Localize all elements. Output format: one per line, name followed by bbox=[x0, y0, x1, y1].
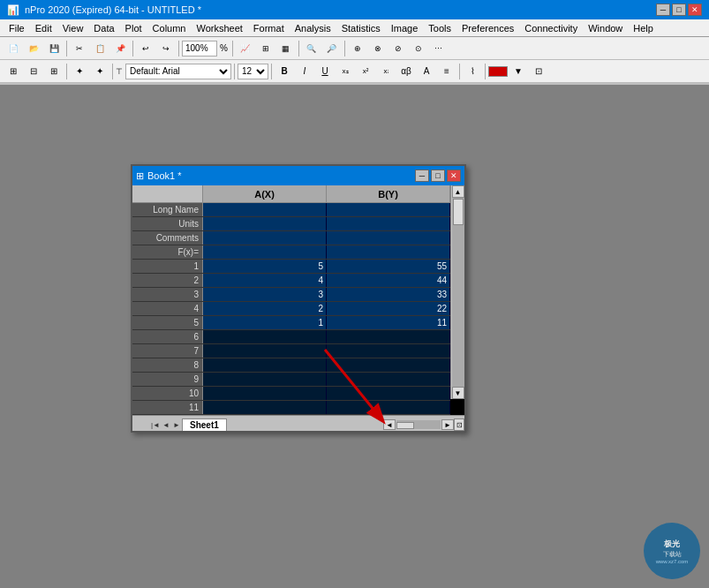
meta-cell-a-units[interactable] bbox=[203, 217, 327, 230]
menu-help[interactable]: Help bbox=[628, 21, 659, 35]
new-btn[interactable]: 📄 bbox=[4, 40, 23, 57]
fontcolor-btn[interactable]: A bbox=[417, 63, 436, 80]
cell-a-1[interactable]: 5 bbox=[203, 260, 327, 273]
menu-format[interactable]: Format bbox=[248, 21, 290, 35]
superscript-btn[interactable]: x² bbox=[356, 63, 375, 80]
graph-btn[interactable]: 📈 bbox=[236, 40, 255, 57]
menu-data[interactable]: Data bbox=[88, 21, 119, 35]
menu-preferences[interactable]: Preferences bbox=[456, 21, 519, 35]
cell-a-7[interactable] bbox=[203, 344, 327, 358]
book-close-btn[interactable]: ✕ bbox=[447, 170, 461, 182]
subscript-btn[interactable]: x₂ bbox=[336, 63, 355, 80]
cell-b-11[interactable] bbox=[327, 401, 450, 414]
cell-a-4[interactable]: 2 bbox=[203, 302, 327, 315]
menu-window[interactable]: Window bbox=[583, 21, 628, 35]
right-scrollbar[interactable]: ▲ ▼ bbox=[450, 185, 464, 399]
more-btn2[interactable]: ⊗ bbox=[368, 40, 388, 57]
align-btn[interactable]: ≡ bbox=[437, 63, 456, 80]
menu-connectivity[interactable]: Connectivity bbox=[519, 21, 583, 35]
fmt-icon1[interactable]: ⊞ bbox=[4, 63, 23, 80]
table-btn[interactable]: ⊞ bbox=[256, 40, 275, 57]
hscroll-thumb[interactable] bbox=[396, 422, 414, 429]
cell-b-7[interactable] bbox=[327, 344, 450, 358]
open-btn[interactable]: 📂 bbox=[24, 40, 43, 57]
menu-analysis[interactable]: Analysis bbox=[290, 21, 336, 35]
menu-tools[interactable]: Tools bbox=[423, 21, 456, 35]
menu-plot[interactable]: Plot bbox=[120, 21, 147, 35]
meta-cell-b-units[interactable] bbox=[327, 217, 450, 230]
cell-b-4[interactable]: 22 bbox=[327, 302, 450, 315]
underline-btn[interactable]: U bbox=[315, 63, 335, 80]
app-close-btn[interactable]: ✕ bbox=[688, 4, 702, 16]
cell-a-9[interactable] bbox=[203, 373, 327, 386]
book-maximize-btn[interactable]: □ bbox=[431, 170, 445, 182]
cell-a-8[interactable] bbox=[203, 358, 327, 372]
menu-view[interactable]: View bbox=[57, 21, 89, 35]
col-header-a[interactable]: A(X) bbox=[203, 185, 327, 202]
line-btn[interactable]: ⌇ bbox=[463, 63, 482, 80]
scroll-down-btn[interactable]: ▼ bbox=[452, 387, 464, 399]
more-btn5[interactable]: ⋯ bbox=[429, 40, 449, 57]
more-btn1[interactable]: ⊕ bbox=[348, 40, 367, 57]
font-name-dropdown[interactable]: Default: Arial bbox=[125, 64, 231, 79]
menu-edit[interactable]: Edit bbox=[30, 21, 57, 35]
italic-btn[interactable]: I bbox=[295, 63, 314, 80]
cell-a-5[interactable]: 1 bbox=[203, 316, 327, 329]
meta-cell-b-longname[interactable] bbox=[327, 203, 450, 216]
subscript2-btn[interactable]: xᵢ bbox=[376, 63, 396, 80]
tab-nav-first[interactable]: |◄ bbox=[150, 418, 161, 431]
meta-cell-a-comments[interactable] bbox=[203, 231, 327, 245]
cell-a-2[interactable]: 4 bbox=[203, 274, 327, 287]
hscroll-left[interactable]: ◄ bbox=[383, 419, 396, 430]
cell-b-10[interactable] bbox=[327, 387, 450, 400]
cell-b-2[interactable]: 44 bbox=[327, 274, 450, 287]
zoom-input[interactable] bbox=[182, 41, 217, 57]
cell-b-5[interactable]: 11 bbox=[327, 316, 450, 329]
more-btn4[interactable]: ⊙ bbox=[409, 40, 428, 57]
zoom-out-btn[interactable]: 🔎 bbox=[322, 40, 342, 57]
tab-nav-next[interactable]: ► bbox=[171, 418, 182, 431]
cell-a-6[interactable] bbox=[203, 330, 327, 343]
scroll-thumb[interactable] bbox=[453, 199, 464, 225]
book-minimize-btn[interactable]: ─ bbox=[415, 170, 429, 182]
cell-b-9[interactable] bbox=[327, 373, 450, 386]
cell-b-6[interactable] bbox=[327, 330, 450, 343]
copy-btn[interactable]: 📋 bbox=[90, 40, 109, 57]
cell-b-3[interactable]: 33 bbox=[327, 288, 450, 301]
menu-image[interactable]: Image bbox=[386, 21, 424, 35]
cut-btn[interactable]: ✂ bbox=[70, 40, 89, 57]
sheet-tab-1[interactable]: Sheet1 bbox=[182, 418, 227, 431]
menu-statistics[interactable]: Statistics bbox=[336, 21, 386, 35]
app-maximize-btn[interactable]: □ bbox=[672, 4, 686, 16]
bold-btn[interactable]: B bbox=[275, 63, 294, 80]
meta-cell-b-fx[interactable] bbox=[327, 245, 450, 259]
border-btn[interactable]: ⊡ bbox=[529, 63, 548, 80]
cell-a-11[interactable] bbox=[203, 401, 327, 414]
fmt-icon2[interactable]: ⊟ bbox=[24, 63, 43, 80]
zoom-in-btn[interactable]: 🔍 bbox=[302, 40, 321, 57]
color1-btn[interactable] bbox=[488, 66, 508, 77]
save-btn[interactable]: 💾 bbox=[44, 40, 64, 57]
app-minimize-btn[interactable]: ─ bbox=[656, 4, 670, 16]
hscroll-end[interactable]: ⊡ bbox=[454, 418, 464, 431]
menu-file[interactable]: File bbox=[4, 21, 30, 35]
tab-nav-prev[interactable]: ◄ bbox=[161, 418, 171, 431]
alpha-btn[interactable]: αβ bbox=[396, 63, 416, 80]
scroll-up-btn[interactable]: ▲ bbox=[452, 185, 464, 198]
fmt-icon3[interactable]: ⊞ bbox=[44, 63, 64, 80]
hscroll-right[interactable]: ► bbox=[441, 419, 454, 430]
fmt-icon4[interactable]: ✦ bbox=[70, 63, 89, 80]
undo-btn[interactable]: ↩ bbox=[136, 40, 155, 57]
redo-btn[interactable]: ↪ bbox=[156, 40, 176, 57]
paste-btn[interactable]: 📌 bbox=[110, 40, 130, 57]
meta-cell-a-fx[interactable] bbox=[203, 245, 327, 259]
cell-a-10[interactable] bbox=[203, 387, 327, 400]
fmt-icon5[interactable]: ✦ bbox=[90, 63, 109, 80]
colorpicker-btn[interactable]: ▼ bbox=[509, 63, 528, 80]
col-header-b[interactable]: B(Y) bbox=[327, 185, 450, 202]
matrix-btn[interactable]: ▦ bbox=[276, 40, 296, 57]
cell-b-1[interactable]: 55 bbox=[327, 260, 450, 273]
meta-cell-a-longname[interactable] bbox=[203, 203, 327, 216]
menu-column[interactable]: Column bbox=[147, 21, 192, 35]
cell-a-3[interactable]: 3 bbox=[203, 288, 327, 301]
